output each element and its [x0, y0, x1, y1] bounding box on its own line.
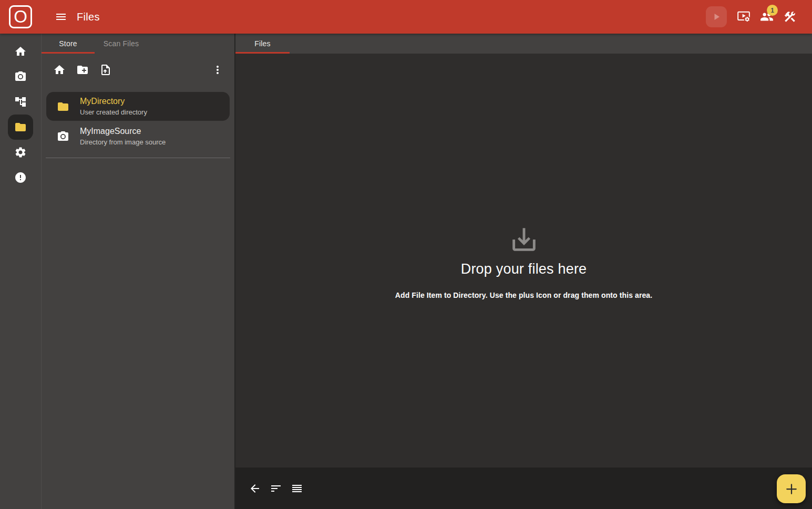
- directory-subtitle: Directory from image source: [80, 138, 166, 147]
- sort-icon: [270, 482, 282, 495]
- logo-letter: O: [14, 8, 27, 25]
- play-button[interactable]: [706, 6, 727, 27]
- upload-file-icon: [99, 64, 112, 76]
- header-actions: 1: [706, 6, 812, 27]
- construction-icon: [783, 10, 797, 24]
- display-settings-icon: [737, 10, 751, 24]
- bottom-toolbar: [235, 468, 812, 509]
- directory-subtitle: User created directory: [80, 108, 147, 117]
- folder-icon: [14, 121, 27, 133]
- files-panel: Files Drop your files here Add File Item…: [235, 34, 812, 509]
- display-settings-button[interactable]: [732, 6, 755, 27]
- sidebar-item-camera[interactable]: [8, 64, 33, 89]
- home-icon: [53, 64, 66, 76]
- more-options-button[interactable]: [211, 64, 224, 76]
- sidebar-item-files[interactable]: [8, 115, 33, 140]
- directory-title: MyDirectory: [80, 96, 147, 106]
- sidebar-item-connections[interactable]: [8, 89, 33, 115]
- page-title: Files: [77, 11, 100, 23]
- hamburger-menu-button[interactable]: [55, 11, 67, 23]
- arrow-back-icon: [249, 482, 261, 495]
- sidebar-item-alerts[interactable]: [8, 165, 33, 190]
- account-tree-icon: [14, 96, 27, 108]
- directory-title: MyImageSource: [80, 126, 166, 136]
- construction-button[interactable]: [778, 6, 801, 27]
- download-icon: [395, 224, 652, 255]
- nav-rail: [0, 34, 41, 509]
- camera-icon: [14, 70, 27, 83]
- reorder-icon: [291, 482, 303, 495]
- logo-frame: O: [9, 5, 32, 28]
- more-vert-icon: [211, 64, 224, 76]
- drop-zone-message: Drop your files here Add File Item to Di…: [395, 224, 652, 299]
- drop-title: Drop your files here: [395, 261, 652, 277]
- view-list-button[interactable]: [291, 482, 303, 495]
- app-logo: O: [0, 5, 41, 28]
- play-icon: [710, 11, 723, 23]
- list-item-myimagesource[interactable]: MyImageSource Directory from image sourc…: [46, 122, 230, 151]
- sidebar-item-home[interactable]: [8, 39, 33, 64]
- settings-gear-icon: [14, 146, 27, 159]
- alert-icon: [14, 171, 27, 184]
- directory-list: MyDirectory User created directory MyIma…: [42, 88, 234, 152]
- files-tab-bar: Files: [235, 34, 812, 54]
- drop-zone[interactable]: Drop your files here Add File Item to Di…: [235, 54, 812, 468]
- create-new-folder-icon: [76, 64, 89, 76]
- file-store-panel: Store Scan Files MyDirectory User create…: [41, 34, 235, 509]
- store-toolbar: [42, 54, 234, 88]
- add-file-fab[interactable]: [777, 474, 806, 503]
- home-directory-button[interactable]: [53, 64, 66, 76]
- tab-scan-files[interactable]: Scan Files: [95, 34, 148, 54]
- camera-icon: [57, 130, 69, 143]
- list-item-mydirectory[interactable]: MyDirectory User created directory: [46, 92, 230, 121]
- create-folder-button[interactable]: [76, 64, 89, 76]
- tab-store[interactable]: Store: [42, 34, 95, 54]
- back-button[interactable]: [249, 482, 261, 495]
- hamburger-menu-icon: [55, 11, 67, 23]
- home-icon: [14, 45, 27, 58]
- tab-files[interactable]: Files: [235, 34, 290, 54]
- folder-icon: [57, 100, 69, 113]
- plus-icon: [784, 481, 799, 497]
- upload-file-button[interactable]: [99, 64, 112, 76]
- notification-badge: 1: [767, 5, 778, 16]
- drop-subtitle: Add File Item to Directory. Use the plus…: [395, 291, 652, 299]
- app-header: O Files 1: [0, 0, 812, 34]
- store-tab-bar: Store Scan Files: [42, 34, 234, 54]
- people-button[interactable]: 1: [755, 6, 778, 27]
- sidebar-item-settings[interactable]: [8, 140, 33, 165]
- list-divider: [46, 158, 230, 158]
- sort-button[interactable]: [270, 482, 282, 495]
